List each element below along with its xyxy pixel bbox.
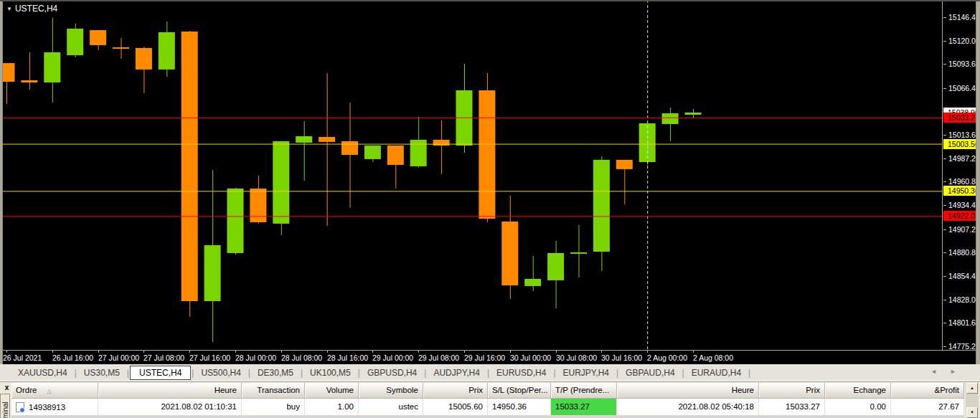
chart-tab-euraud-h4[interactable]: EURAUD,H4 <box>685 366 748 380</box>
tabs-scroll-right-icon[interactable]: ► <box>950 368 956 375</box>
time-tick-mark <box>143 351 144 353</box>
order-table-row[interactable]: 149389132021.08.02 01:10:31buy1.00ustec1… <box>11 399 964 415</box>
column-header-1[interactable]: Heure <box>98 383 242 398</box>
time-tick-label: 30 Jul 16:00 <box>601 353 642 362</box>
order-cell-11[interactable]: 27.67 <box>891 399 964 415</box>
time-tick-label: 30 Jul 08:00 <box>556 353 597 362</box>
candle-bearish <box>501 222 518 285</box>
chart-tab-us500-h4[interactable]: US500,H4 <box>194 366 247 380</box>
time-tick-label: 29 Jul 16:00 <box>464 353 505 362</box>
time-tick-mark <box>6 351 7 353</box>
chart-tab-audjpy-h4[interactable]: AUDJPY,H4 <box>427 366 486 380</box>
time-tick-mark <box>52 351 53 353</box>
candle-bullish <box>227 189 244 253</box>
column-header-7[interactable]: T/P (Prendre... <box>551 383 617 398</box>
chart-symbol-label[interactable]: ▼USTEC,H4 <box>6 4 57 14</box>
time-tick-label: 26 Jul 16:00 <box>52 353 93 362</box>
column-header-6[interactable]: S/L (Stop/Per... <box>488 383 551 398</box>
order-cell-0[interactable]: 14938913 <box>11 399 98 415</box>
chart-dropdown-icon[interactable]: ▼ <box>6 6 12 12</box>
column-header-4[interactable]: Symbole <box>359 383 423 398</box>
order-table-header: Ordre△HeureTransactionVolumeSymbolePrixS… <box>11 383 964 399</box>
terminal-side-tab[interactable]: Terminal <box>0 394 10 418</box>
time-tick-mark <box>464 351 465 353</box>
window-frame-top <box>0 0 980 1</box>
time-tick-label: 28 Jul 00:00 <box>235 353 276 362</box>
time-tick-label: 2 Aug 08:00 <box>693 353 733 362</box>
chart-tab-eurusd-h4[interactable]: EURUSD,H4 <box>490 366 552 380</box>
time-tick-label: 2 Aug 00:00 <box>647 353 687 362</box>
line-price-label: 14950.36 <box>943 186 976 196</box>
order-cell-6[interactable]: 14950.36 <box>488 399 551 415</box>
price-tick-mark <box>943 158 946 159</box>
close-terminal-button[interactable]: x <box>3 384 11 391</box>
line-price-label: 15003.56 <box>943 139 976 149</box>
price-tick-mark <box>943 323 946 323</box>
chart-tab-eurjpy-h4[interactable]: EURJPY,H4 <box>557 366 616 380</box>
candle-bearish <box>21 80 37 82</box>
time-tick-mark <box>510 351 511 353</box>
time-tick-label: 30 Jul 00:00 <box>510 353 551 362</box>
order-cell-2[interactable]: buy <box>242 399 305 415</box>
candle-bearish <box>319 137 335 142</box>
candle-bullish <box>364 146 381 159</box>
terminal-scrollbar[interactable]: ▲ ▼ <box>966 383 979 418</box>
order-cell-9[interactable]: 15033.27 <box>759 399 825 415</box>
candle-bullish <box>44 52 60 82</box>
candle-bearish <box>479 90 495 219</box>
time-tick-mark <box>235 351 236 353</box>
chart-tab-de30-m5[interactable]: DE30,M5 <box>251 366 300 380</box>
column-header-11[interactable]: &Profit <box>891 383 964 398</box>
time-tick-mark <box>327 351 328 353</box>
time-tick-label: 27 Jul 00:00 <box>98 353 139 362</box>
scrollbar-up-icon[interactable]: ▲ <box>966 383 978 394</box>
candle-bearish <box>387 146 404 165</box>
terminal-panel: x Terminal Ordre△HeureTransactionVolumeS… <box>0 381 980 418</box>
order-cell-4[interactable]: ustec <box>359 399 423 415</box>
tabs-scroll-left-icon[interactable]: ◄ <box>930 368 937 375</box>
time-tick-label: 27 Jul 08:00 <box>143 353 184 362</box>
chart-symbol-text: USTEC,H4 <box>15 4 57 14</box>
next-row-strip <box>11 415 964 418</box>
column-header-9[interactable]: Prix <box>759 383 825 398</box>
chart-tab-uk100-m5[interactable]: UK100,M5 <box>303 366 357 380</box>
price-axis[interactable]: 15146.4015120.0015093.6015066.4015013.60… <box>942 0 976 350</box>
scrollbar-down-icon[interactable]: ▼ <box>966 407 978 418</box>
candle-bearish <box>616 160 633 169</box>
order-cell-1[interactable]: 2021.08.02 01:10:31 <box>98 399 242 415</box>
order-cell-7[interactable]: 15033.27 <box>551 399 617 415</box>
candle-bearish <box>433 140 450 146</box>
column-header-0[interactable]: Ordre△ <box>11 383 98 398</box>
candle-bearish <box>182 32 198 301</box>
chart-panel[interactable]: ▼USTEC,H4 15146.4015120.0015093.6015066.… <box>0 0 980 364</box>
window-frame-left <box>0 0 3 364</box>
line-price-label: 15033.27 <box>943 113 976 123</box>
chart-tab-xauusd-h4[interactable]: XAUUSD,H4 <box>11 366 74 380</box>
tab-separator: | <box>748 368 751 378</box>
candle-bearish <box>250 189 266 222</box>
chart-tab-gbpusd-h4[interactable]: GBPUSD,H4 <box>361 366 423 380</box>
order-cell-3[interactable]: 1.00 <box>305 399 359 415</box>
time-axis[interactable]: 26 Jul 202126 Jul 16:0027 Jul 00:0027 Ju… <box>0 350 980 364</box>
sort-ascending-icon: △ <box>47 388 51 394</box>
chart-tab-ustec-h4[interactable]: USTEC,H4 <box>130 366 191 380</box>
column-header-2[interactable]: Transaction <box>242 383 305 398</box>
column-header-8[interactable]: Heure <box>617 383 759 398</box>
price-tick-mark <box>943 135 946 136</box>
column-header-3[interactable]: Volume <box>305 383 359 398</box>
candle-bullish <box>570 252 587 254</box>
chart-tab-us30-m5[interactable]: US30,M5 <box>77 366 126 380</box>
column-header-10[interactable]: Echange <box>825 383 891 398</box>
candle-bullish <box>547 253 564 280</box>
chart-tab-gbpaud-h4[interactable]: GBPAUD,H4 <box>619 366 681 380</box>
candle-bullish <box>204 245 221 301</box>
order-cell-5[interactable]: 15005.60 <box>423 399 488 415</box>
order-cell-8[interactable]: 2021.08.02 05:40:18 <box>617 399 759 415</box>
time-tick-mark <box>556 351 557 353</box>
time-tick-mark <box>647 351 648 353</box>
price-tick-mark <box>943 252 946 253</box>
time-tick-mark <box>281 351 282 353</box>
column-header-5[interactable]: Prix <box>423 383 488 398</box>
order-cell-10[interactable]: 0.00 <box>825 399 891 415</box>
time-tick-mark <box>372 351 373 353</box>
